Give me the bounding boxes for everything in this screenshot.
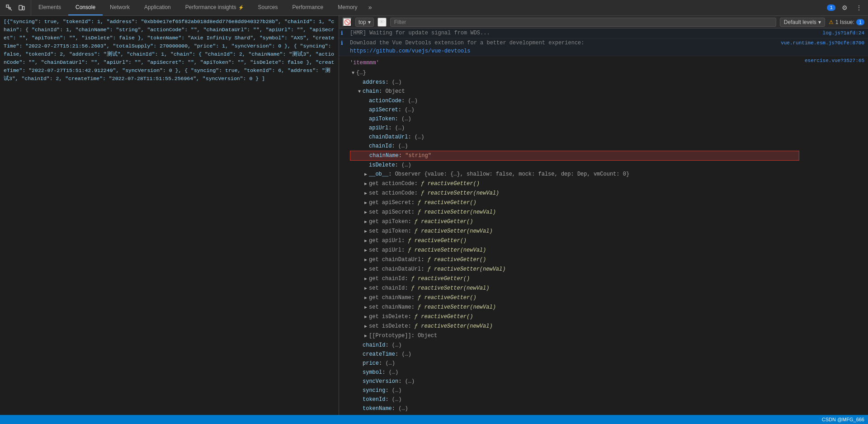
chaindataurl-row[interactable]: chainDataUrl : (…) [350, 133, 799, 142]
set-apitoken-key: set apiToken [369, 227, 408, 236]
tab-performance[interactable]: Performance [285, 0, 331, 15]
chainid-chain-row[interactable]: chainId : (…) [350, 142, 799, 151]
main-content: [{"syncing": true, "tokenId": 1, "addres… [0, 16, 868, 415]
item-prefix: 'itemmmm' [350, 58, 379, 67]
apiurl-row[interactable]: apiUrl : (…) [350, 124, 799, 133]
get-apisecret-val: ƒ reactiveGetter() [418, 198, 476, 207]
prototype-chain-row[interactable]: [[Prototype]] : Object [350, 331, 799, 341]
isdelete-row[interactable]: isDelete : (…) [350, 161, 799, 170]
get-chainname-row[interactable]: get chainName : ƒ reactiveGetter() [350, 293, 799, 303]
get-isdelete-row[interactable]: get isDelete : ƒ reactiveGetter() [350, 312, 799, 322]
tab-performance-insights[interactable]: Performance insights ⚡ [178, 0, 251, 15]
item-source[interactable]: esercise.vue?3527:65 [801, 56, 868, 415]
set-apitoken-tri[interactable] [363, 227, 369, 236]
set-chainid-row[interactable]: set chainId : ƒ reactiveSetter(newVal) [350, 284, 799, 293]
apiurl-value: (…) [395, 124, 405, 133]
tab-elements[interactable]: Elements [31, 0, 68, 15]
address-row[interactable]: address : (…) [350, 78, 799, 87]
get-actioncode-key: get actionCode [369, 179, 415, 188]
get-apiurl-val: ƒ reactiveGetter() [408, 236, 467, 245]
chainid-root-row[interactable]: chainId : (…) [350, 341, 799, 350]
get-isdelete-tri[interactable] [363, 313, 369, 322]
tokenid-row[interactable]: tokenId : (…) [350, 395, 799, 404]
get-chainname-tri[interactable] [363, 294, 369, 303]
set-chainname-tri[interactable] [363, 303, 369, 312]
get-apiurl-tri[interactable] [363, 237, 369, 246]
actioncode-row[interactable]: actionCode : (…) [350, 96, 799, 105]
chain-row[interactable]: chain : Object [350, 87, 799, 96]
get-apisecret-tri[interactable] [363, 199, 369, 208]
set-chainname-val: ƒ reactiveSetter(newVal) [418, 303, 496, 312]
get-chaindataurl-row[interactable]: get chainDataUrl : ƒ reactiveGetter() [350, 255, 799, 265]
get-chainid-tri[interactable] [363, 275, 369, 284]
tokenname-row[interactable]: tokenName : (…) [350, 404, 799, 413]
get-apitoken-tri[interactable] [363, 218, 369, 227]
apitoken-value: (…) [401, 114, 411, 124]
get-apisecret-row[interactable]: get apiSecret : ƒ reactiveGetter() [350, 198, 799, 208]
set-chainname-row[interactable]: set chainName : ƒ reactiveSetter(newVal) [350, 303, 799, 312]
set-actioncode-tri[interactable] [363, 189, 369, 198]
vue-link[interactable]: https://github.com/vuejs/vue-devtools [350, 47, 775, 55]
set-apiurl-row[interactable]: set apiUrl : ƒ reactiveSetter(newVal) [350, 246, 799, 255]
default-levels-button[interactable]: Default levels ▾ [780, 18, 825, 27]
levels-arrow: ▾ [818, 19, 821, 25]
device-toggle-button[interactable] [16, 2, 27, 13]
live-expression-button[interactable]: 👁 [377, 18, 387, 27]
svg-rect-0 [6, 5, 9, 7]
chain-triangle[interactable] [356, 87, 363, 96]
get-apitoken-row[interactable]: get apiToken : ƒ reactiveGetter() [350, 217, 799, 227]
root-triangle[interactable] [350, 69, 356, 78]
apitoken-key: apiToken [369, 114, 395, 124]
settings-button[interactable]: ⚙ [839, 2, 850, 13]
get-apiurl-row[interactable]: get apiUrl : ƒ reactiveGetter() [350, 236, 799, 246]
get-chaindataurl-tri[interactable] [363, 256, 369, 265]
set-apitoken-row[interactable]: set apiToken : ƒ reactiveSetter(newVal) [350, 227, 799, 236]
context-selector[interactable]: top ▾ [355, 18, 374, 27]
get-actioncode-val: ƒ reactiveGetter() [421, 179, 480, 188]
issue-button[interactable]: ⚠ 1 Issue: 1 [829, 19, 864, 25]
tab-network[interactable]: Network [103, 0, 137, 15]
set-apiurl-tri[interactable] [363, 246, 369, 255]
apisecret-row[interactable]: apiSecret : (…) [350, 105, 799, 114]
createtime-row[interactable]: createTime : (…) [350, 350, 799, 359]
set-isdelete-row[interactable]: set isDelete : ƒ reactiveSetter(newVal) [350, 322, 799, 331]
status-bar-text: CSDN @MFG_666 [822, 417, 864, 422]
prototype-chain-tri[interactable] [363, 332, 369, 341]
set-chainid-tri[interactable] [363, 284, 369, 293]
apitoken-row[interactable]: apiToken : (…) [350, 114, 799, 124]
console-filter-input[interactable] [390, 18, 776, 27]
symbol-row[interactable]: symbol : (…) [350, 368, 799, 377]
set-chaindataurl-tri[interactable] [363, 265, 369, 274]
chainname-row[interactable]: chainName : "string" [350, 151, 799, 161]
set-apisecret-tri[interactable] [363, 208, 369, 217]
tab-sources[interactable]: Sources [251, 0, 285, 15]
root-obj-row[interactable]: {…} [350, 68, 799, 78]
get-chainid-val: ƒ reactiveGetter() [411, 274, 470, 283]
hmr-source[interactable]: log.js?1afd:24 [819, 29, 868, 38]
inspect-element-button[interactable] [4, 2, 14, 13]
tab-console[interactable]: Console [68, 0, 103, 15]
set-chaindataurl-row[interactable]: set chainDataUrl : ƒ reactiveSetter(newV… [350, 265, 799, 274]
more-tabs-button[interactable]: » [365, 4, 376, 11]
tab-application[interactable]: Application [137, 0, 178, 15]
set-apisecret-row[interactable]: set apiSecret : ƒ reactiveSetter(newVal) [350, 208, 799, 217]
syncing-row[interactable]: syncing : (…) [350, 386, 799, 395]
vue-source[interactable]: vue.runtime.esm.js?0cfe:8700 [777, 38, 868, 56]
console-output: ℹ [HMR] Waiting for update signal from W… [339, 29, 868, 415]
ob-chain-triangle[interactable] [363, 170, 369, 179]
clear-console-button[interactable]: 🚫 [343, 18, 352, 27]
ob-chain-row[interactable]: __ob__ : Observer {value: {…}, shallow: … [350, 170, 799, 179]
tab-memory[interactable]: Memory [330, 0, 364, 15]
context-selector-arrow: ▾ [368, 19, 371, 25]
get-actioncode-tri[interactable] [363, 180, 369, 189]
ob-chain-key: __ob__ [369, 170, 388, 179]
chainid-root-val: (…) [392, 341, 402, 350]
more-options-button[interactable]: ⋮ [854, 2, 864, 13]
get-actioncode-row[interactable]: get actionCode : ƒ reactiveGetter() [350, 179, 799, 189]
get-chainid-row[interactable]: get chainId : ƒ reactiveGetter() [350, 274, 799, 284]
price-row[interactable]: price : (…) [350, 359, 799, 368]
syncversion-row[interactable]: syncVersion : (…) [350, 377, 799, 386]
set-isdelete-tri[interactable] [363, 322, 369, 331]
apisecret-value: (…) [405, 105, 415, 114]
set-actioncode-row[interactable]: set actionCode : ƒ reactiveSetter(newVal… [350, 189, 799, 198]
